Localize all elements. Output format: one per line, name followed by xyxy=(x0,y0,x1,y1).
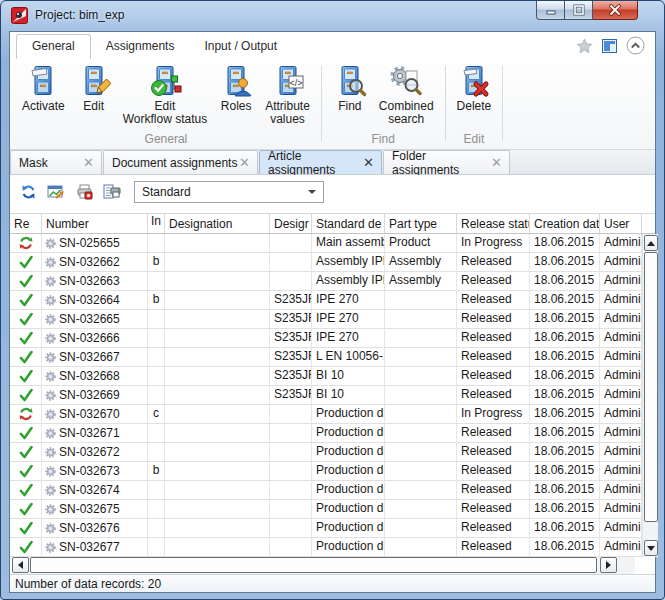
tab-article-assignments[interactable]: Article assignments ✕ xyxy=(259,150,382,174)
column-header-2[interactable]: In xyxy=(148,214,165,233)
table-row[interactable]: SN-032664 b S235JRG2 IPE 270 Released 18… xyxy=(10,291,655,310)
part-number: SN-032677 xyxy=(59,539,120,556)
find-button[interactable]: Find xyxy=(327,60,373,113)
creation-date-cell: 18.06.2015 xyxy=(530,500,600,519)
result-window-button[interactable] xyxy=(46,182,66,202)
table-row[interactable]: SN-032675 Production drawing Released 18… xyxy=(10,500,655,519)
print-list-button[interactable] xyxy=(102,182,122,202)
table-row[interactable]: SN-025655 Main assembly Product In Progr… xyxy=(10,234,655,253)
creation-date-cell: 18.06.2015 xyxy=(530,462,600,481)
column-header-6[interactable]: Part type xyxy=(385,214,457,233)
minimize-button[interactable] xyxy=(536,1,565,20)
tab-close-icon[interactable]: ✕ xyxy=(362,157,375,169)
activate-button[interactable]: Activate xyxy=(16,60,71,113)
scroll-up-button[interactable] xyxy=(644,235,658,251)
index-cell xyxy=(148,329,165,348)
release-status-text-cell: Released xyxy=(457,310,530,329)
cabinet-workflow-icon xyxy=(148,64,182,98)
index-cell xyxy=(148,234,165,253)
standard-designation-cell: Production drawing xyxy=(312,538,385,557)
favorites-star-icon[interactable] xyxy=(576,38,593,54)
column-header-9[interactable]: User xyxy=(600,214,642,233)
arrow-up-icon xyxy=(647,241,655,246)
standard-designation-cell: Production drawing xyxy=(312,519,385,538)
table-row[interactable]: SN-032672 Production drawing Released 18… xyxy=(10,443,655,462)
number-cell: SN-032665 xyxy=(42,310,148,329)
horizontal-scroll-thumb[interactable] xyxy=(30,557,597,573)
table-row[interactable]: SN-032677 Production drawing Released 18… xyxy=(10,538,655,557)
part-gear-icon xyxy=(45,333,56,344)
table-row[interactable]: SN-032668 S235JRG2 BI 10 Released 18.06.… xyxy=(10,367,655,386)
result-view-combobox[interactable]: Standard xyxy=(134,181,324,203)
scroll-down-button[interactable] xyxy=(644,540,658,556)
table-header-row: ReNumberInDesignationDesigrStandard dePa… xyxy=(10,213,655,234)
user-cell: Administrator xyxy=(600,462,642,481)
vertical-scroll-thumb[interactable] xyxy=(644,252,658,522)
tab-close-icon[interactable]: ✕ xyxy=(82,157,95,169)
release-status-cell xyxy=(10,462,42,481)
edit-workflow-status-button[interactable]: EditWorkflow status xyxy=(117,60,213,126)
column-header-5[interactable]: Standard de xyxy=(312,214,385,233)
tab-label: Article assignments xyxy=(268,149,362,177)
title-bar[interactable]: Project: bim_exp xyxy=(1,1,664,31)
part-gear-icon xyxy=(45,504,56,515)
horizontal-scrollbar[interactable] xyxy=(12,557,635,574)
designation2-cell: S235JRG2 xyxy=(270,329,312,348)
tab-mask[interactable]: Mask ✕ xyxy=(10,150,102,174)
tab-close-icon[interactable]: ✕ xyxy=(238,157,251,169)
user-cell: Administrator xyxy=(600,367,642,386)
designation-cell xyxy=(165,329,270,348)
released-check-icon xyxy=(19,294,33,307)
creation-date-cell: 18.06.2015 xyxy=(530,310,600,329)
combined-search-button[interactable]: Combinedsearch xyxy=(373,60,440,126)
table-row[interactable]: SN-032670 c Production drawing In Progre… xyxy=(10,405,655,424)
table-row[interactable]: SN-032666 S235JRG2 IPE 270 Released 18.0… xyxy=(10,329,655,348)
vertical-scrollbar[interactable] xyxy=(642,234,658,557)
released-check-icon xyxy=(19,275,33,288)
table-row[interactable]: SN-032674 Production drawing Released 18… xyxy=(10,481,655,500)
close-button[interactable] xyxy=(593,1,638,20)
released-check-icon xyxy=(19,256,33,269)
part-type-cell xyxy=(385,329,457,348)
table-row[interactable]: SN-032662 b Assembly IPE 270 Assembly Re… xyxy=(10,253,655,272)
table-row[interactable]: SN-032671 Production drawing Released 18… xyxy=(10,424,655,443)
column-header-3[interactable]: Designation xyxy=(165,214,270,233)
table-row[interactable]: SN-032667 S235JRG2 L EN 10056-1 Released… xyxy=(10,348,655,367)
release-status-cell xyxy=(10,291,42,310)
ribbon-tab-assignments[interactable]: Assignments xyxy=(91,35,190,58)
delete-button[interactable]: Delete xyxy=(451,60,498,113)
table-row[interactable]: SN-032676 Production drawing Released 18… xyxy=(10,519,655,538)
tab-document-assignments[interactable]: Document assignments ✕ xyxy=(103,150,258,174)
refresh-button[interactable] xyxy=(18,182,38,202)
tab-folder-assignments[interactable]: Folder assignments ✕ xyxy=(383,150,510,174)
roles-button[interactable]: Roles xyxy=(213,60,259,113)
edit-button[interactable]: Edit xyxy=(71,60,117,113)
print-report-button[interactable] xyxy=(74,182,94,202)
column-header-1[interactable]: Number xyxy=(42,214,148,233)
designation-cell xyxy=(165,386,270,405)
column-header-7[interactable]: Release statu xyxy=(457,214,530,233)
column-header-8[interactable]: Creation dat xyxy=(530,214,600,233)
column-header-4[interactable]: Desigr xyxy=(270,214,312,233)
table-row[interactable]: SN-032665 S235JRG2 IPE 270 Released 18.0… xyxy=(10,310,655,329)
dock-window-icon[interactable] xyxy=(602,39,617,53)
attribute-values-button[interactable]: </> Attributevalues xyxy=(259,60,316,126)
designation-cell xyxy=(165,348,270,367)
ribbon-tab-general[interactable]: General xyxy=(16,34,91,59)
part-type-cell xyxy=(385,481,457,500)
collapse-ribbon-icon[interactable] xyxy=(626,36,645,55)
index-cell xyxy=(148,348,165,367)
maximize-button[interactable] xyxy=(565,1,593,20)
table-row[interactable]: SN-032673 b Production drawing Released … xyxy=(10,462,655,481)
table-row[interactable]: SN-032669 S235JRG2 BI 10 Released 18.06.… xyxy=(10,386,655,405)
scroll-left-button[interactable] xyxy=(12,557,29,573)
ribbon-tab-input-output[interactable]: Input / Output xyxy=(189,35,292,58)
scroll-right-button[interactable] xyxy=(600,557,617,573)
tab-close-icon[interactable]: ✕ xyxy=(490,157,503,169)
standard-designation-cell: IPE 270 xyxy=(312,329,385,348)
released-check-icon xyxy=(19,484,33,497)
table-row[interactable]: SN-032663 Assembly IPE 270 Assembly Rele… xyxy=(10,272,655,291)
designation-cell xyxy=(165,481,270,500)
column-header-0[interactable]: Re xyxy=(10,214,42,233)
release-status-cell xyxy=(10,329,42,348)
